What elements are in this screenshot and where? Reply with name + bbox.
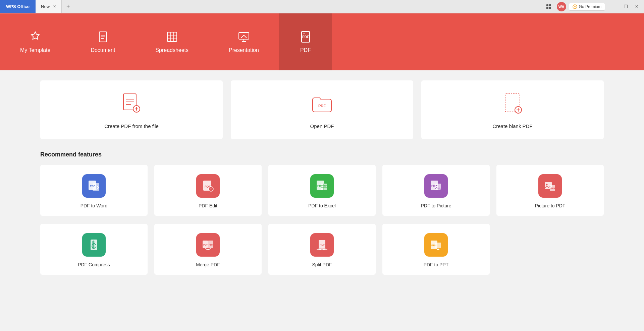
merge-pdf-label: Merge PDF <box>196 262 220 267</box>
pdf-to-word-icon: PDF <box>82 174 106 198</box>
pdf-icon: PDF <box>299 30 312 43</box>
pdf-edit-icon: PDF <box>196 174 220 198</box>
titlebar: WPS Office New ✕ + WA Go Premium — <box>0 0 644 13</box>
pdf-to-picture-label: PDF to Picture <box>421 203 451 208</box>
navbar: My Template Document Spreadsheets <box>0 13 644 70</box>
top-cards: Create PDF from the file PDF Open PDF <box>40 80 604 139</box>
spreadsheet-icon <box>166 30 178 43</box>
svg-text:PDF: PDF <box>318 104 326 108</box>
feature-card-pdf-to-word[interactable]: PDF PDF to Word <box>40 165 148 216</box>
pdf-to-excel-label: PDF to Excel <box>308 203 336 208</box>
feature-card-pdf-to-excel[interactable]: PDF $ PDF to Excel <box>268 165 376 216</box>
svg-text:PDF: PDF <box>550 187 556 190</box>
feature-card-pdf-to-picture[interactable]: PDF PDF to Picture <box>382 165 490 216</box>
pdf-to-excel-icon: PDF $ <box>310 174 334 198</box>
feature-grid: PDF PDF to Word PDF PDF E <box>40 165 604 276</box>
pdf-compress-icon <box>82 233 106 257</box>
svg-point-52 <box>546 184 548 186</box>
nav-label-document: Document <box>91 47 115 53</box>
avatar-initials: WA <box>558 5 565 9</box>
feature-card-pdf-to-ppt[interactable]: PDF PDF to PPT <box>382 224 490 275</box>
picture-to-pdf-label: Picture to PDF <box>535 203 565 208</box>
card-create-pdf-from-file[interactable]: Create PDF from the file <box>40 80 223 139</box>
nav-label-my-template: My Template <box>20 47 50 53</box>
nav-item-document[interactable]: Document <box>70 13 135 70</box>
presentation-icon <box>237 30 250 43</box>
nav-label-presentation: Presentation <box>229 47 259 53</box>
avatar[interactable]: WA <box>557 2 566 11</box>
tab-new[interactable]: New ✕ <box>36 0 62 13</box>
section-title: Recommend features <box>40 151 604 158</box>
window-controls: — ❐ ✕ <box>610 2 641 11</box>
feature-card-merge-pdf[interactable]: PDF PDF Merge PDF <box>154 224 262 275</box>
titlebar-right: WA Go Premium — ❐ ✕ <box>543 1 644 12</box>
close-icon[interactable]: ✕ <box>53 4 56 9</box>
nav-label-pdf: PDF <box>300 47 311 53</box>
premium-label: Go Premium <box>579 4 601 9</box>
svg-rect-14 <box>239 32 249 39</box>
add-tab-button[interactable]: + <box>62 0 75 13</box>
svg-text:PDF: PDF <box>90 185 95 188</box>
svg-text:PDF: PDF <box>302 35 309 39</box>
create-pdf-label: Create PDF from the file <box>104 123 159 129</box>
view-toggle-button[interactable] <box>543 1 554 12</box>
svg-rect-0 <box>546 4 548 6</box>
svg-rect-42 <box>321 184 327 190</box>
picture-to-pdf-icon: PDF <box>538 174 562 198</box>
svg-rect-3 <box>549 7 551 9</box>
pdf-edit-label: PDF Edit <box>199 203 217 208</box>
svg-rect-64 <box>323 249 327 250</box>
svg-rect-2 <box>546 7 548 9</box>
feature-card-split-pdf[interactable]: PDF Split PDF <box>268 224 376 275</box>
go-premium-button[interactable]: Go Premium <box>569 3 605 11</box>
svg-rect-1 <box>549 4 551 6</box>
pdf-compress-label: PDF Compress <box>78 262 110 267</box>
star-icon <box>29 30 42 43</box>
svg-point-4 <box>573 5 577 9</box>
minimize-button[interactable]: — <box>610 2 620 11</box>
feature-card-pdf-compress[interactable]: PDF Compress <box>40 224 148 275</box>
main-content: Create PDF from the file PDF Open PDF <box>0 70 644 331</box>
card-open-pdf[interactable]: PDF Open PDF <box>231 80 413 139</box>
add-icon: + <box>66 3 70 10</box>
svg-text:PDF: PDF <box>320 243 325 246</box>
create-blank-pdf-label: Create blank PDF <box>492 123 532 129</box>
nav-item-spreadsheets[interactable]: Spreadsheets <box>135 13 209 70</box>
nav-label-spreadsheets: Spreadsheets <box>155 47 189 53</box>
feature-card-picture-to-pdf[interactable]: PDF Picture to PDF <box>496 165 604 216</box>
pdf-to-picture-icon: PDF <box>424 174 448 198</box>
tab-label: New <box>41 4 50 9</box>
brand-logo: WPS Office <box>0 0 36 13</box>
svg-point-50 <box>436 185 437 186</box>
pdf-to-ppt-icon: PDF <box>424 233 448 257</box>
split-pdf-icon: PDF <box>310 233 334 257</box>
nav-item-my-template[interactable]: My Template <box>0 13 70 70</box>
open-pdf-label: Open PDF <box>310 123 334 129</box>
svg-rect-63 <box>317 249 321 250</box>
card-create-blank-pdf[interactable]: Create blank PDF <box>421 80 604 139</box>
svg-text:PDF: PDF <box>203 244 208 246</box>
premium-icon <box>573 4 577 9</box>
brand-label: WPS Office <box>6 4 30 9</box>
svg-text:$: $ <box>324 185 326 187</box>
split-pdf-label: Split PDF <box>312 262 332 267</box>
close-window-button[interactable]: ✕ <box>632 2 641 11</box>
svg-rect-67 <box>435 243 441 248</box>
feature-card-pdf-edit[interactable]: PDF PDF Edit <box>154 165 262 216</box>
svg-text:PDF: PDF <box>209 244 214 246</box>
nav-item-presentation[interactable]: Presentation <box>209 13 279 70</box>
create-blank-pdf-icon <box>499 90 526 117</box>
pdf-to-word-label: PDF to Word <box>80 203 108 208</box>
pdf-to-ppt-label: PDF to PPT <box>424 262 449 267</box>
maximize-button[interactable]: ❐ <box>621 2 631 11</box>
open-pdf-icon: PDF <box>309 90 335 117</box>
svg-rect-9 <box>167 32 177 42</box>
document-icon <box>97 30 109 43</box>
nav-item-pdf[interactable]: PDF PDF <box>279 13 332 70</box>
merge-pdf-icon: PDF PDF <box>196 233 220 257</box>
create-pdf-from-file-icon <box>118 90 145 117</box>
recommend-section: Recommend features PDF PDF to Word <box>40 151 604 276</box>
